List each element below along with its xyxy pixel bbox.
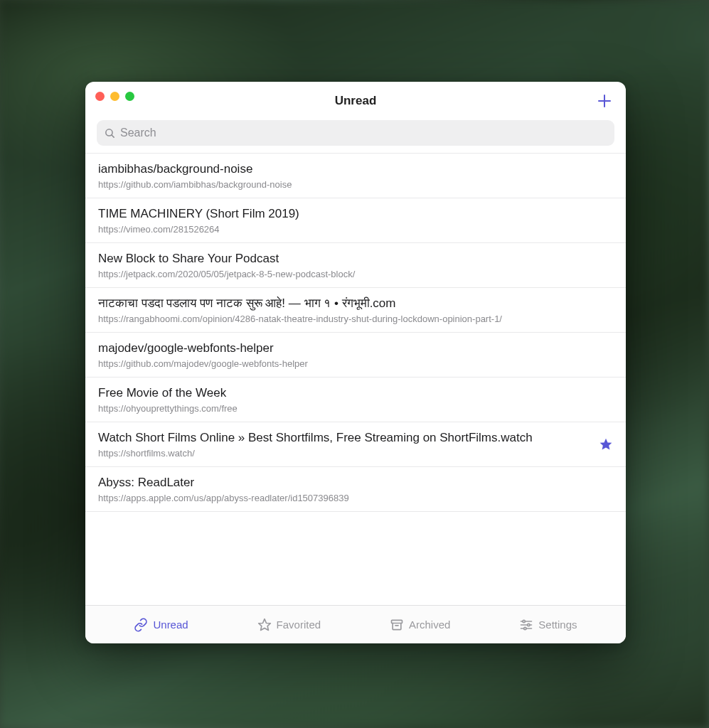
list-item-url: https://vimeo.com/281526264 (98, 224, 613, 235)
list-item-text: नाटकाचा पडदा पडलाय पण नाटक सुरू आहे! — भ… (98, 296, 613, 324)
tab-favorited[interactable]: Favorited (257, 618, 321, 632)
list-item-text: Watch Short Films Online » Best Shortfil… (98, 430, 592, 459)
app-window: Unread iambibhas/background-noisehttps:/… (85, 82, 626, 643)
svg-line-3 (112, 134, 114, 136)
list-item-title: Free Movie of the Week (98, 385, 613, 402)
star-outline-icon (257, 618, 272, 632)
plus-icon (596, 92, 613, 109)
list-item-url: https://apps.apple.com/us/app/abyss-read… (98, 493, 613, 503)
tab-label: Archived (409, 619, 450, 631)
list-item[interactable]: iambibhas/background-noisehttps://github… (85, 153, 626, 198)
tab-settings[interactable]: Settings (519, 618, 577, 632)
list-item-text: majodev/google-webfonts-helperhttps://gi… (98, 341, 613, 369)
star-filled-icon[interactable] (599, 437, 613, 451)
zoom-window-button[interactable] (125, 92, 134, 101)
list-item-title: Abyss: ReadLater (98, 475, 613, 491)
tab-label: Settings (538, 619, 577, 631)
list-item[interactable]: New Block to Share Your Podcasthttps://j… (85, 243, 626, 288)
titlebar: Unread (85, 82, 626, 120)
window-controls (95, 92, 134, 101)
page-title: Unread (335, 94, 377, 108)
link-icon (134, 618, 148, 632)
search-icon (104, 127, 116, 139)
tab-label: Favorited (277, 619, 321, 631)
list-item-title: नाटकाचा पडदा पडलाय पण नाटक सुरू आहे! — भ… (98, 296, 613, 312)
list-item[interactable]: Free Movie of the Weekhttps://ohyouprett… (85, 378, 626, 422)
search-input[interactable] (120, 127, 607, 139)
close-window-button[interactable] (95, 92, 105, 101)
list-item[interactable]: majodev/google-webfonts-helperhttps://gi… (85, 333, 626, 378)
list-item-url: https://ohyouprettythings.com/free (98, 403, 613, 414)
list-item-title: TIME MACHINERY (Short Film 2019) (98, 206, 613, 223)
list-item-url: https://rangabhoomi.com/opinion/4286-nat… (98, 314, 613, 324)
tab-label: Unread (153, 619, 188, 631)
list-item[interactable]: TIME MACHINERY (Short Film 2019)https://… (85, 198, 626, 243)
minimize-window-button[interactable] (110, 92, 119, 101)
search-bar[interactable] (97, 120, 614, 146)
list-item-title: New Block to Share Your Podcast (98, 251, 613, 267)
list-item-text: New Block to Share Your Podcasthttps://j… (98, 251, 613, 279)
list-item[interactable]: Abyss: ReadLaterhttps://apps.apple.com/u… (85, 467, 626, 512)
list-item-text: TIME MACHINERY (Short Film 2019)https://… (98, 206, 613, 235)
list-item-url: https://shortfilms.watch/ (98, 448, 592, 459)
list-item-url: https://github.com/majodev/google-webfon… (98, 358, 613, 369)
list-item-text: Free Movie of the Weekhttps://ohyouprett… (98, 385, 613, 414)
list-item-text: Abyss: ReadLaterhttps://apps.apple.com/u… (98, 475, 613, 503)
archive-icon (390, 618, 404, 632)
list-item-title: iambibhas/background-noise (98, 161, 613, 178)
tab-unread[interactable]: Unread (134, 618, 188, 632)
list-item-text: iambibhas/background-noisehttps://github… (98, 161, 613, 190)
tab-archived[interactable]: Archived (390, 618, 450, 632)
list-item-url: https://jetpack.com/2020/05/05/jetpack-8… (98, 269, 613, 279)
sliders-icon (519, 618, 533, 632)
list-item-title: Watch Short Films Online » Best Shortfil… (98, 430, 592, 446)
list-item[interactable]: नाटकाचा पडदा पडलाय पण नाटक सुरू आहे! — भ… (85, 288, 626, 333)
tab-bar: UnreadFavoritedArchivedSettings (85, 605, 626, 643)
link-list: iambibhas/background-noisehttps://github… (85, 153, 626, 605)
list-item-title: majodev/google-webfonts-helper (98, 341, 613, 357)
list-item[interactable]: Watch Short Films Online » Best Shortfil… (85, 422, 626, 467)
list-item-url: https://github.com/iambibhas/background-… (98, 179, 613, 190)
add-button[interactable] (596, 92, 613, 109)
